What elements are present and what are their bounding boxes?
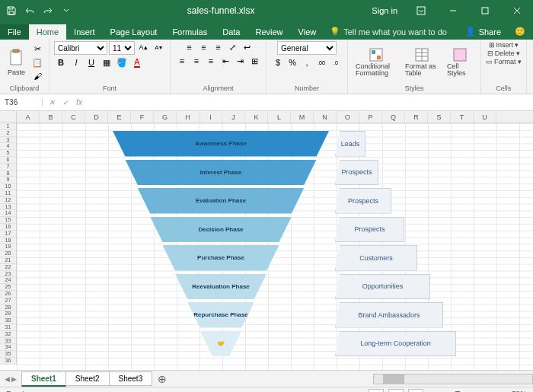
row-header[interactable]: 31 xyxy=(0,324,16,331)
worksheet-grid[interactable]: ABCDEFGHIJKLMNOPQRSTU 123456789101112131… xyxy=(0,111,533,370)
sign-in-link[interactable]: Sign in xyxy=(367,6,402,15)
formula-input[interactable] xyxy=(88,98,533,107)
horizontal-scrollbar[interactable] xyxy=(373,374,533,384)
conditional-formatting-button[interactable]: Conditional Formatting xyxy=(353,46,400,78)
tab-insert[interactable]: Insert xyxy=(66,24,103,40)
row-header[interactable]: 24 xyxy=(0,277,16,284)
normal-view-icon[interactable] xyxy=(369,389,384,393)
col-header[interactable]: I xyxy=(199,111,222,123)
align-top-icon[interactable]: ≡ xyxy=(183,41,196,53)
cancel-formula-icon[interactable]: ✕ xyxy=(46,98,58,107)
row-header[interactable]: 2 xyxy=(0,130,16,137)
col-header[interactable]: D xyxy=(85,111,108,123)
delete-cells-button[interactable]: ⊟Delete ▾ xyxy=(487,49,520,57)
align-center-icon[interactable]: ≡ xyxy=(190,55,203,67)
font-family-select[interactable]: Calibri xyxy=(54,41,107,55)
row-header[interactable]: 15 xyxy=(0,217,16,224)
row-header[interactable]: 28 xyxy=(0,304,16,311)
minimize-icon[interactable] xyxy=(440,0,466,21)
col-header[interactable]: R xyxy=(405,111,428,123)
row-header[interactable]: 4 xyxy=(0,143,16,150)
sheet-nav-prev-icon[interactable]: ◀ xyxy=(5,375,10,383)
funnel-chart-object[interactable]: Awareness PhaseInterest PhaseEvaluation … xyxy=(113,131,478,361)
fx-icon[interactable]: fx xyxy=(73,98,85,107)
share-button[interactable]: 👤Share xyxy=(459,24,507,40)
row-header[interactable]: 32 xyxy=(0,331,16,338)
row-header[interactable]: 26 xyxy=(0,291,16,298)
row-header[interactable]: 21 xyxy=(0,257,16,264)
col-header[interactable]: G xyxy=(154,111,177,123)
row-header[interactable]: 12 xyxy=(0,197,16,204)
col-header[interactable]: O xyxy=(337,111,359,123)
underline-icon[interactable]: U xyxy=(85,56,98,69)
row-header[interactable]: 6 xyxy=(0,157,16,164)
col-header[interactable]: K xyxy=(245,111,268,123)
tab-review[interactable]: Review xyxy=(247,24,290,40)
row-header[interactable]: 25 xyxy=(0,284,16,291)
col-header[interactable]: N xyxy=(314,111,337,123)
decrease-decimal-icon[interactable]: .0 xyxy=(329,56,343,69)
sheet-tab-3[interactable]: Sheet3 xyxy=(109,371,153,386)
page-break-view-icon[interactable] xyxy=(408,389,423,393)
row-header[interactable]: 20 xyxy=(0,250,16,257)
align-left-icon[interactable]: ≡ xyxy=(175,55,189,67)
col-header[interactable]: C xyxy=(62,111,85,123)
col-header[interactable]: H xyxy=(177,111,199,123)
italic-icon[interactable]: I xyxy=(69,56,83,69)
orientation-icon[interactable]: ⤢ xyxy=(226,41,240,53)
row-header[interactable]: 33 xyxy=(0,338,16,345)
align-middle-icon[interactable]: ≡ xyxy=(197,41,211,53)
enter-formula-icon[interactable]: ✓ xyxy=(59,98,72,107)
cell-styles-button[interactable]: Cell Styles xyxy=(444,46,476,78)
tell-me-search[interactable]: 💡Tell me what you want to do xyxy=(324,24,453,40)
row-header[interactable]: 9 xyxy=(0,177,16,183)
cut-icon[interactable]: ✂ xyxy=(30,43,44,55)
bold-icon[interactable]: B xyxy=(54,56,68,69)
paste-button[interactable]: Paste xyxy=(5,47,28,78)
col-header[interactable]: B xyxy=(40,111,62,123)
comma-icon[interactable]: , xyxy=(300,56,314,69)
row-header[interactable]: 3 xyxy=(0,137,16,144)
percent-icon[interactable]: % xyxy=(286,56,299,69)
scrollbar-thumb[interactable] xyxy=(383,374,404,384)
increase-font-icon[interactable]: A▴ xyxy=(136,41,150,53)
row-header[interactable]: 23 xyxy=(0,271,16,278)
border-icon[interactable]: ▦ xyxy=(100,56,113,69)
row-header[interactable]: 16 xyxy=(0,224,16,231)
undo-icon[interactable] xyxy=(21,2,38,19)
row-header[interactable]: 30 xyxy=(0,317,16,324)
select-all-corner[interactable] xyxy=(0,111,17,123)
row-header[interactable]: 13 xyxy=(0,204,16,211)
decrease-font-icon[interactable]: A▾ xyxy=(152,41,165,53)
row-header[interactable]: 34 xyxy=(0,344,16,351)
copy-icon[interactable]: 📋 xyxy=(30,56,44,69)
redo-icon[interactable] xyxy=(40,2,56,19)
insert-cells-button[interactable]: ⊞Insert ▾ xyxy=(489,41,519,49)
font-color-icon[interactable]: A xyxy=(130,56,144,69)
row-header[interactable]: 7 xyxy=(0,164,16,171)
row-header[interactable]: 19 xyxy=(0,244,16,250)
format-painter-icon[interactable]: 🖌 xyxy=(30,70,44,82)
col-header[interactable]: T xyxy=(451,111,474,123)
row-header[interactable]: 14 xyxy=(0,210,16,217)
tab-home[interactable]: Home xyxy=(29,24,66,40)
number-format-select[interactable]: General xyxy=(277,41,337,55)
save-icon[interactable] xyxy=(3,2,20,19)
col-header[interactable]: F xyxy=(131,111,154,123)
ribbon-options-icon[interactable] xyxy=(408,0,434,21)
col-header[interactable]: L xyxy=(268,111,291,123)
format-as-table-button[interactable]: Format as Table xyxy=(402,46,442,78)
align-right-icon[interactable]: ≡ xyxy=(204,55,218,67)
tab-pagelayout[interactable]: Page Layout xyxy=(103,24,165,40)
col-header[interactable]: Q xyxy=(382,111,405,123)
qat-dropdown-icon[interactable] xyxy=(58,2,75,19)
col-header[interactable]: S xyxy=(428,111,451,123)
maximize-icon[interactable] xyxy=(472,0,498,21)
feedback-icon[interactable]: 🙂 xyxy=(507,24,533,40)
col-header[interactable]: M xyxy=(291,111,314,123)
row-header[interactable]: 8 xyxy=(0,171,16,177)
col-header[interactable]: J xyxy=(222,111,245,123)
col-header[interactable]: A xyxy=(17,111,40,123)
tab-data[interactable]: Data xyxy=(215,24,247,40)
column-headers[interactable]: ABCDEFGHIJKLMNOPQRSTU xyxy=(17,111,533,123)
